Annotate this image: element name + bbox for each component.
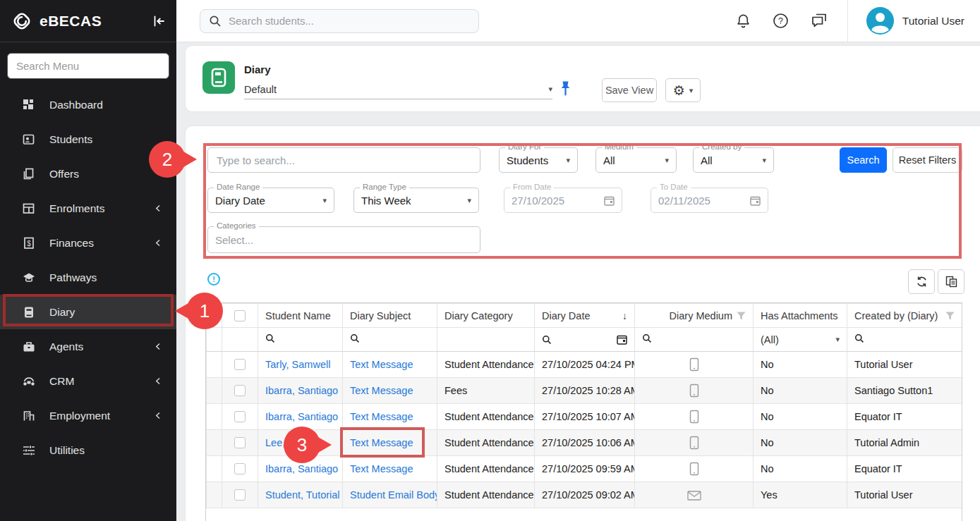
row-check-cell xyxy=(222,430,258,456)
student-name-link[interactable]: Student, Tutorial xyxy=(265,489,340,501)
grid-search-input[interactable] xyxy=(207,147,480,173)
sidebar-item-pathways[interactable]: Pathways xyxy=(0,260,176,295)
student-search[interactable] xyxy=(200,9,479,33)
student-name-link[interactable]: Lee, xyxy=(265,437,285,448)
sidebar-item-students[interactable]: Students xyxy=(0,122,176,157)
categories-value: Select... xyxy=(215,234,473,246)
notifications-bell-icon[interactable] xyxy=(735,13,751,30)
view-select[interactable]: Default ▾ xyxy=(244,80,552,99)
table-row: Ibarra, SantiagoText MessageStudent Atte… xyxy=(207,456,962,482)
sidebar-item-utilities[interactable]: Utilities xyxy=(0,433,176,467)
search-icon xyxy=(350,333,360,343)
refresh-button[interactable] xyxy=(908,269,935,294)
smartphone-icon xyxy=(689,357,699,372)
diary-subject-link[interactable]: Text Message xyxy=(350,411,413,422)
row-checkbox[interactable] xyxy=(234,463,246,474)
table-row: Ibarra, SantiagoText MessageStudent Atte… xyxy=(207,404,962,430)
range-type-label: Range Type xyxy=(360,183,409,191)
student-name-link[interactable]: Ibarra, Santiago xyxy=(265,385,338,396)
copy-data-button[interactable] xyxy=(938,269,964,294)
filter-funnel-icon[interactable] xyxy=(945,312,955,320)
reset-filters-button[interactable]: Reset Filters xyxy=(893,147,962,173)
chat-icon[interactable] xyxy=(810,13,828,29)
column-student-name[interactable]: Student Name xyxy=(258,304,343,328)
to-date-field[interactable]: To Date 02/11/2025 xyxy=(651,188,768,213)
chevron-down-icon: ▾ xyxy=(467,196,471,205)
svg-text:$: $ xyxy=(27,239,31,247)
created-by-cell: Santiago Sutton1 xyxy=(847,378,962,404)
diary-subject-link[interactable]: Text Message xyxy=(350,359,413,370)
created-by-select[interactable]: Created by All ▾ xyxy=(693,147,774,173)
employment-icon xyxy=(21,409,37,423)
diary-subject-cell: Text Message xyxy=(343,378,437,404)
sidebar-item-finances[interactable]: $Finances xyxy=(0,226,176,260)
select-all-checkbox[interactable] xyxy=(234,310,246,321)
sidebar-item-dashboard[interactable]: Dashboard xyxy=(0,87,176,122)
smartphone-icon xyxy=(689,436,699,450)
search-icon xyxy=(209,15,222,27)
diary-subject-link[interactable]: Student Email Body xyxy=(350,489,437,501)
categories-select[interactable]: Categories Select... xyxy=(207,226,480,253)
diary-date-cell: 27/10/2025 04:24 PM xyxy=(535,352,635,378)
sidebar-item-crm[interactable]: CRM xyxy=(0,364,176,398)
student-name-link[interactable]: Ibarra, Santiago xyxy=(265,411,338,422)
row-checkbox[interactable] xyxy=(234,437,246,448)
calendar-icon xyxy=(750,195,761,206)
sidebar-item-label: Diary xyxy=(49,306,162,319)
chevron-down-icon: ▾ xyxy=(762,156,766,165)
has-attachments-cell: No xyxy=(754,430,847,456)
student-name-link[interactable]: Tarly, Samwell xyxy=(265,359,330,370)
date-range-select[interactable]: Date Range Diary Date ▾ xyxy=(207,188,334,213)
filter-created-by[interactable] xyxy=(847,328,962,352)
sidebar-item-agents[interactable]: Agents xyxy=(0,329,176,364)
column-diary-subject[interactable]: Diary Subject xyxy=(343,304,437,328)
column-diary-medium[interactable]: Diary Medium xyxy=(635,304,754,328)
filter-funnel-icon[interactable] xyxy=(737,312,746,320)
diary-subject-link[interactable]: Text Message xyxy=(350,385,413,396)
pin-view-icon[interactable] xyxy=(560,80,571,97)
sidebar-item-employment[interactable]: Employment xyxy=(0,398,176,433)
medium-label: Medium xyxy=(602,142,636,151)
created-by-value: All xyxy=(701,154,762,166)
filter-student-name[interactable] xyxy=(258,328,343,352)
brand-name: eBECAS xyxy=(40,13,151,30)
sidebar-item-offers[interactable]: Offers xyxy=(0,157,176,191)
sort-desc-icon: ↓ xyxy=(622,310,627,321)
medium-select[interactable]: Medium All ▾ xyxy=(595,147,677,173)
sidebar-collapse-icon[interactable] xyxy=(151,13,167,29)
from-date-field[interactable]: From Date 27/10/2025 xyxy=(504,188,622,213)
sidebar-item-enrolments[interactable]: Enrolments xyxy=(0,191,176,226)
diary-subject-link[interactable]: Text Message xyxy=(350,437,413,448)
column-created-by[interactable]: Created by (Diary) xyxy=(847,304,962,328)
row-checkbox[interactable] xyxy=(234,385,246,396)
filter-diary-medium[interactable] xyxy=(635,328,754,352)
filter-diary-subject[interactable] xyxy=(343,328,437,352)
student-search-input[interactable] xyxy=(229,15,470,27)
column-has-attachments[interactable]: Has Attachments xyxy=(754,304,847,328)
range-type-select[interactable]: Range Type This Week ▾ xyxy=(353,188,479,213)
filter-diary-category[interactable] xyxy=(437,328,535,352)
diary-subject-cell: Student Email Body xyxy=(343,482,437,508)
filter-diary-date[interactable] xyxy=(535,328,635,352)
student-name-link[interactable]: Ibarra, Santiago xyxy=(265,463,338,474)
diary-subject-link[interactable]: Text Message xyxy=(350,463,413,474)
row-checkbox[interactable] xyxy=(234,359,246,370)
calendar-icon[interactable] xyxy=(617,334,627,345)
sidebar-item-diary[interactable]: Diary xyxy=(0,295,176,329)
search-icon xyxy=(265,333,275,343)
column-diary-category[interactable]: Diary Category xyxy=(437,304,535,328)
row-checkbox[interactable] xyxy=(234,489,246,501)
info-icon[interactable]: ! xyxy=(207,273,220,286)
row-checkbox[interactable] xyxy=(234,411,246,422)
date-range-value: Diary Date xyxy=(215,195,322,207)
search-button[interactable]: Search xyxy=(840,147,887,173)
view-settings-button[interactable]: ⚙ ▾ xyxy=(665,78,701,102)
user-name[interactable]: Tutorial User xyxy=(902,15,964,27)
help-icon[interactable]: ? xyxy=(773,13,789,29)
user-avatar[interactable] xyxy=(866,7,894,35)
filter-has-attachments[interactable]: (All)▾ xyxy=(754,328,847,352)
column-diary-date[interactable]: Diary Date↓ xyxy=(535,304,635,328)
save-view-button[interactable]: Save View xyxy=(602,78,657,102)
menu-search-input[interactable] xyxy=(7,53,169,79)
diary-for-select[interactable]: Diary For Students ▾ xyxy=(499,147,578,173)
